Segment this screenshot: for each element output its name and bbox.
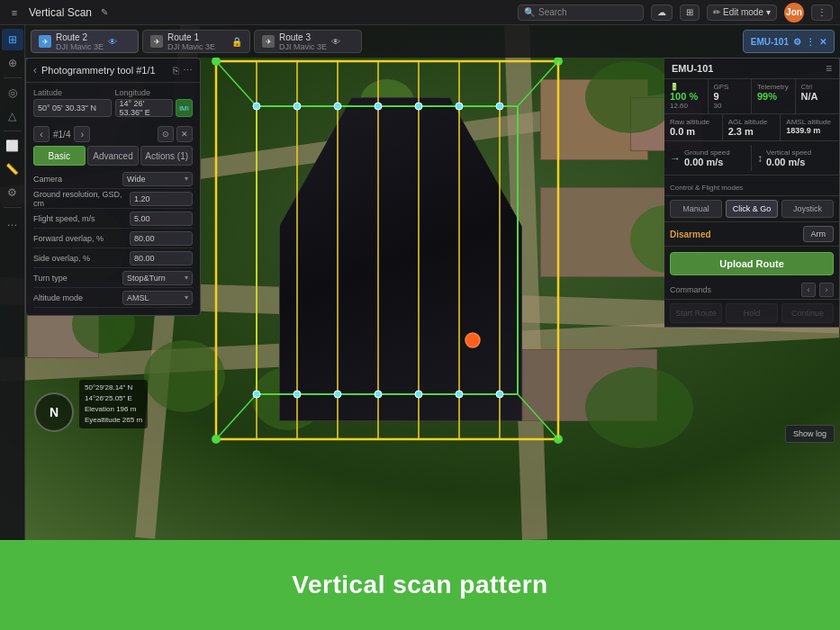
vertical-speed-icon: ↕ <box>757 152 763 165</box>
route-eye-icon-0[interactable]: 👁 <box>108 37 117 47</box>
cmd-prev-button[interactable]: ‹ <box>801 283 816 297</box>
tab-basic[interactable]: Basic <box>33 146 86 166</box>
arm-button[interactable]: Arm <box>803 226 835 242</box>
altitude-mode-value: AMSL <box>127 293 149 302</box>
search-placeholder: Search <box>538 7 567 17</box>
cmd-next-button[interactable]: › <box>819 283 834 297</box>
panel-title: Photogrammetry tool #1/1 <box>41 65 168 76</box>
edit-mode-chevron: ▾ <box>766 7 771 17</box>
longitude-input[interactable]: 14° 26' 53.36" E <box>115 99 173 117</box>
svg-point-19 <box>294 103 301 110</box>
turn-type-row: Turn type Stop&Turn ▾ <box>33 268 193 288</box>
continue-button[interactable]: Continue <box>781 303 834 323</box>
raw-alt-value: 0.0 m <box>670 126 717 137</box>
route-eye-icon-2[interactable]: 👁 <box>331 37 340 47</box>
route-bar-right: EMU-101 ⚙ ⋮ ✕ <box>743 30 835 53</box>
elevation-coords2: 14°26'25.05" E <box>85 393 142 404</box>
compass: N <box>34 392 74 432</box>
svg-point-24 <box>496 103 503 110</box>
coord-next-button[interactable]: › <box>74 126 90 142</box>
panel-menu-button[interactable]: ⋯ <box>183 65 193 76</box>
ground-speed-label: Ground speed <box>684 148 730 157</box>
latitude-input[interactable]: 50° 05' 30.33" N <box>33 99 112 117</box>
na-label: Ctrl <box>801 83 835 91</box>
coord-delete-button[interactable]: ✕ <box>176 126 193 142</box>
more-button[interactable]: ⋮ <box>811 4 833 21</box>
sidebar-icon-add[interactable]: ⊕ <box>2 52 23 74</box>
search-box[interactable]: 🔍 Search <box>518 4 644 21</box>
speed-label: Flight speed, m/s <box>33 214 126 223</box>
side-overlap-input[interactable]: 80.00 <box>130 251 193 266</box>
hold-button[interactable]: Hold <box>726 303 778 323</box>
drone-settings-icon[interactable]: ⚙ <box>793 37 801 47</box>
telemetry-label: Telemetry <box>757 83 790 91</box>
vertical-speed-cell: ↕ Vertical speed 0.00 m/s <box>752 145 839 171</box>
ground-speed-info: Ground speed 0.00 m/s <box>684 148 730 167</box>
turn-type-select[interactable]: Stop&Turn ▾ <box>122 271 193 285</box>
form-section: Camera Wide ▾ Ground resolution, GSD, cm… <box>26 169 200 308</box>
eyealtitude-value: Eyealtitude 265 m <box>85 415 142 426</box>
drone-id-title: EMU-101 <box>672 63 826 74</box>
drone-more-icon[interactable]: ⋮ <box>806 37 815 47</box>
show-log-button[interactable]: Show log <box>785 425 835 443</box>
coord-prev-button[interactable]: ‹ <box>33 126 50 142</box>
edit-mode-button[interactable]: ✏ Edit mode ▾ <box>707 4 777 21</box>
control-label-row: Control & Flight modes <box>664 176 839 196</box>
route-tab-2[interactable]: ✈ Route 3 DJI Mavic 3E 👁 <box>254 30 362 53</box>
sidebar-icon-more[interactable]: … <box>2 212 23 233</box>
route-tab-name-1: Route 1 <box>167 32 215 42</box>
coord-focus-button[interactable]: ⊙ <box>158 126 174 142</box>
drone-telemetry-panel: EMU-101 ≡ 🔋 100 % 12.60 GPS 9 30 Telemet… <box>664 58 840 328</box>
raw-alt-label: Raw altitude <box>670 118 717 126</box>
svg-line-14 <box>216 61 257 106</box>
edit-mode-label: Edit mode <box>723 7 763 17</box>
route-tab-icon-1: ✈ <box>150 35 163 48</box>
joystick-button[interactable]: Joystick <box>781 200 834 218</box>
tab-advanced[interactable]: Advanced <box>87 146 140 166</box>
photo-panel: ‹ Photogrammetry tool #1/1 ⎘ ⋯ Latitude … <box>25 58 201 316</box>
route-tab-1[interactable]: ✈ Route 1 DJI Mavic 3E 🔒 <box>142 30 250 53</box>
vertical-speed-info: Vertical speed 0.00 m/s <box>766 148 811 167</box>
camera-select[interactable]: Wide ▾ <box>122 172 193 186</box>
panel-copy-button[interactable]: ⎘ <box>173 65 179 76</box>
speed-input[interactable]: 5.00 <box>130 212 193 226</box>
svg-point-3 <box>212 435 221 444</box>
sidebar-icon-flight[interactable]: △ <box>2 105 23 127</box>
tab-actions[interactable]: Actions (1) <box>140 146 193 166</box>
imi-button[interactable]: IMI <box>176 99 193 117</box>
sidebar-icon-settings[interactable]: ⚙ <box>2 182 23 203</box>
route-tab-0[interactable]: ✈ Route 2 DJI Mavic 3E 👁 <box>31 30 139 53</box>
gps-label: GPS <box>714 83 746 91</box>
sidebar-icon-measure[interactable]: 📏 <box>2 158 23 180</box>
telemetry-menu-button[interactable]: ≡ <box>826 62 832 75</box>
speed-grid: → Ground speed 0.00 m/s ↕ Vertical speed… <box>664 141 839 176</box>
elevation-info: 50°29'28.14" N 14°26'25.05" E Elevation … <box>79 380 148 428</box>
route-tab-name-0: Route 2 <box>56 32 104 42</box>
camera-label: Camera <box>33 175 119 184</box>
layers-button[interactable]: ⊞ <box>680 4 700 21</box>
telemetry-header: EMU-101 ≡ <box>664 58 839 79</box>
sidebar-icon-map[interactable]: ⬜ <box>2 135 23 157</box>
user-avatar[interactable]: Jon <box>784 3 804 22</box>
stats-grid: 🔋 100 % 12.60 GPS 9 30 Telemetry 99% Ctr… <box>664 79 839 114</box>
manual-button[interactable]: Manual <box>670 200 722 218</box>
click-go-button[interactable]: Click & Go <box>726 200 778 218</box>
altitude-mode-row: Altitude mode AMSL ▾ <box>33 288 193 308</box>
route-tab-sub-2: DJI Mavic 3E <box>279 42 327 51</box>
cloud-button[interactable]: ☁ <box>651 4 673 21</box>
forward-overlap-input[interactable]: 80.00 <box>130 231 193 246</box>
altitude-mode-select[interactable]: AMSL ▾ <box>122 291 193 305</box>
gsd-input[interactable]: 1.20 <box>130 192 193 206</box>
route-tab-sub-1: DJI Mavic 3E <box>167 42 215 51</box>
edit-icon[interactable]: ✎ <box>101 7 108 17</box>
raw-alt-cell: Raw altitude 0.0 m <box>664 114 723 140</box>
sidebar-icon-layers[interactable]: ⊞ <box>2 29 23 50</box>
latitude-label: Latitude <box>33 88 112 97</box>
gsd-row: Ground resolution, GSD, cm 1.20 <box>33 189 193 209</box>
telemetry-value: 99% <box>757 91 790 102</box>
upload-route-button[interactable]: Upload Route <box>670 252 834 275</box>
start-route-button[interactable]: Start Route <box>670 303 722 323</box>
sidebar-icon-waypoint[interactable]: ◎ <box>2 82 23 104</box>
panel-back-button[interactable]: ‹ <box>33 64 37 76</box>
app-title: Vertical Scan <box>29 6 92 19</box>
